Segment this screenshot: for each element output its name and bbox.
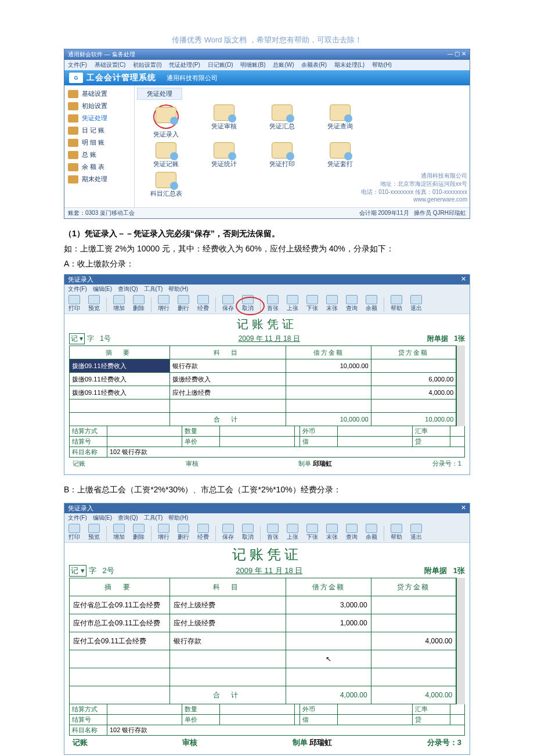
tb-delrow[interactable]: 删行 [176, 524, 191, 541]
tb-print[interactable]: 打印 [67, 524, 82, 541]
menu-item[interactable]: 总账(W) [273, 62, 294, 68]
tb-last[interactable]: 末张 [324, 295, 340, 312]
doc-icon [330, 105, 351, 121]
tb-del[interactable]: 删除 [131, 524, 146, 541]
tb-exit[interactable]: 退出 [409, 524, 424, 541]
tb-prev[interactable]: 上张 [285, 295, 300, 312]
menu-item[interactable]: 初始设置(I) [133, 62, 161, 68]
foot-check: 审核 [182, 737, 197, 748]
voucher-info: 结算方式 数量 外币 汇率 结算号 单价 借 贷 科目名称102 银行存款 [69, 704, 465, 736]
attach-count: 1张 [454, 334, 465, 343]
content-area: 凭证处理 凭证录入 凭证审核 凭证汇总 凭证查询 凭证记账 凭证统计 凭证打印 … [135, 85, 470, 207]
tb-cancel[interactable]: 取消 [240, 524, 255, 541]
app-banner: G 工会会计管理系统 通用科技有限公司 [64, 70, 470, 85]
paragraph-1-bold: （1）凭证录入－－凭证录入完必须“保存”，否则无法保留。 [64, 227, 470, 241]
tb-fee[interactable]: 经费 [196, 295, 211, 312]
scrollbar[interactable] [456, 578, 465, 704]
app-icon[interactable]: 凭证查询 [311, 105, 369, 139]
close-icon[interactable]: ✕ [461, 275, 466, 284]
voucher-toolbar: 打印 预览 增加 删除 增行 删行 经费 保存 取消 首张 上张 下张 末张 查… [64, 523, 470, 543]
voucher-titlebar: 凭证录入✕ [64, 503, 470, 513]
voucher-menubar[interactable]: 文件(F)编辑(E)查询(Q)工具(T)帮助(H) [64, 285, 470, 294]
sidebar-item[interactable]: 总 账 [64, 149, 134, 161]
menu-item[interactable]: 期末处理(L) [334, 62, 365, 68]
tb-addrow[interactable]: 增行 [156, 295, 171, 312]
tb-add[interactable]: 增加 [111, 524, 127, 541]
folder-icon [68, 102, 78, 110]
attach-count: 1张 [453, 566, 465, 575]
tb-balance[interactable]: 余额 [364, 524, 379, 541]
sidebar-item-active[interactable]: 凭证处理 [64, 112, 134, 124]
word-select[interactable]: 记 ▾ [69, 565, 86, 577]
sidebar-item[interactable]: 余 额 表 [64, 161, 134, 173]
tb-search[interactable]: 查询 [344, 295, 359, 312]
sidebar-item[interactable]: 期末处理 [64, 173, 134, 185]
doc-icon [156, 172, 176, 188]
logo-icon: G [69, 73, 83, 83]
sidebar: 基础设置 初始设置 凭证处理 日 记 账 明 细 账 总 账 余 额 表 期末处… [64, 85, 135, 207]
tb-add[interactable]: 增加 [111, 295, 127, 312]
app-icon[interactable]: 凭证审核 [195, 105, 253, 139]
tb-next[interactable]: 下张 [305, 295, 320, 312]
status-mid: 会计期 2009年11月 [359, 210, 409, 216]
group-title: 凭证处理 [137, 88, 182, 100]
close-icon[interactable]: ✕ [461, 504, 466, 513]
menu-item[interactable]: 文件(F) [68, 62, 87, 68]
menubar[interactable]: 文件(F) 基础设置(C) 初始设置(I) 凭证处理(P) 日记账(D) 明细账… [64, 60, 470, 70]
menu-item[interactable]: 帮助(H) [372, 62, 392, 68]
tb-first[interactable]: 首张 [265, 524, 280, 541]
tb-preview[interactable]: 预览 [86, 295, 102, 312]
app-icon[interactable]: 科目汇总表 [137, 172, 195, 199]
tb-balance[interactable]: 余额 [364, 295, 379, 312]
voucher-toolbar: 打印 预览 增加 删除 增行 删行 经费 保存 取消 首张 上张 下张 末张 查… [64, 294, 470, 314]
doc-icon [214, 105, 234, 121]
tb-search[interactable]: 查询 [344, 524, 359, 541]
menu-item[interactable]: 凭证处理(P) [169, 62, 200, 68]
tb-help[interactable]: 帮助 [389, 295, 404, 312]
tb-first[interactable]: 首张 [265, 295, 280, 312]
scrollbar[interactable] [456, 345, 465, 426]
company-line: 通用科技有限公司 [195, 172, 467, 180]
menu-item[interactable]: 余额表(R) [301, 62, 327, 68]
foot-seq: 分录号：1 [432, 459, 461, 468]
tb-fee[interactable]: 经费 [196, 524, 211, 541]
folder-icon [68, 163, 78, 171]
tb-print[interactable]: 打印 [67, 295, 82, 312]
tb-exit[interactable]: 退出 [409, 295, 424, 312]
statusbar: 账套：0303 厦门移动工会 会计期 2009年11月 操作员 QJRH邱瑞虹 [64, 207, 470, 218]
app-icon[interactable]: 凭证记账 [137, 142, 195, 168]
voucher-titlebar: 凭证录入✕ [64, 275, 470, 285]
tb-next[interactable]: 下张 [305, 524, 320, 541]
app-icon[interactable]: 凭证统计 [195, 142, 253, 168]
sidebar-item[interactable]: 基础设置 [64, 88, 134, 100]
tb-save[interactable]: 保存 [221, 524, 236, 541]
tb-prev[interactable]: 上张 [285, 524, 300, 541]
tb-del[interactable]: 删除 [131, 295, 146, 312]
sidebar-item[interactable]: 日 记 账 [64, 124, 134, 136]
app-icon[interactable]: 凭证汇总 [253, 105, 311, 139]
voucher-table: 摘 要科 目借方金额贷方金额 应付省总工会09.11工会经费应付上级经费3,00… [69, 578, 456, 704]
folder-icon [68, 151, 78, 159]
tb-preview[interactable]: 预览 [86, 524, 102, 541]
menu-item[interactable]: 日记账(D) [208, 62, 233, 68]
tb-delrow[interactable]: 删行 [176, 295, 191, 312]
tb-save[interactable]: 保存 [221, 295, 236, 312]
app-icon[interactable]: 凭证打印 [253, 142, 311, 168]
folder-icon [68, 139, 78, 147]
tb-addrow[interactable]: 增行 [156, 524, 171, 541]
tb-help[interactable]: 帮助 [389, 524, 404, 541]
menu-item[interactable]: 基础设置(C) [95, 62, 126, 68]
sidebar-item[interactable]: 明 细 账 [64, 136, 134, 149]
window-controls[interactable]: — ▢ ✕ [447, 51, 466, 59]
menu-item[interactable]: 明细账(B) [240, 62, 265, 68]
word-select[interactable]: 记 ▾ [69, 333, 85, 344]
url-line: www.generware.com [195, 196, 467, 203]
sidebar-item[interactable]: 初始设置 [64, 100, 134, 112]
tb-last[interactable]: 末张 [324, 524, 340, 541]
app-icon[interactable]: 凭证套打 [311, 142, 369, 168]
cell-selected[interactable]: 拨缴09.11经费收入 [70, 359, 170, 373]
foot-post: 记账 [73, 459, 85, 468]
voucher-menubar[interactable]: 文件(F)编辑(E)查询(Q)工具(T)帮助(H) [64, 513, 470, 523]
highlight-circle [153, 105, 179, 129]
app-icon-voucher-entry[interactable]: 凭证录入 [137, 105, 195, 139]
